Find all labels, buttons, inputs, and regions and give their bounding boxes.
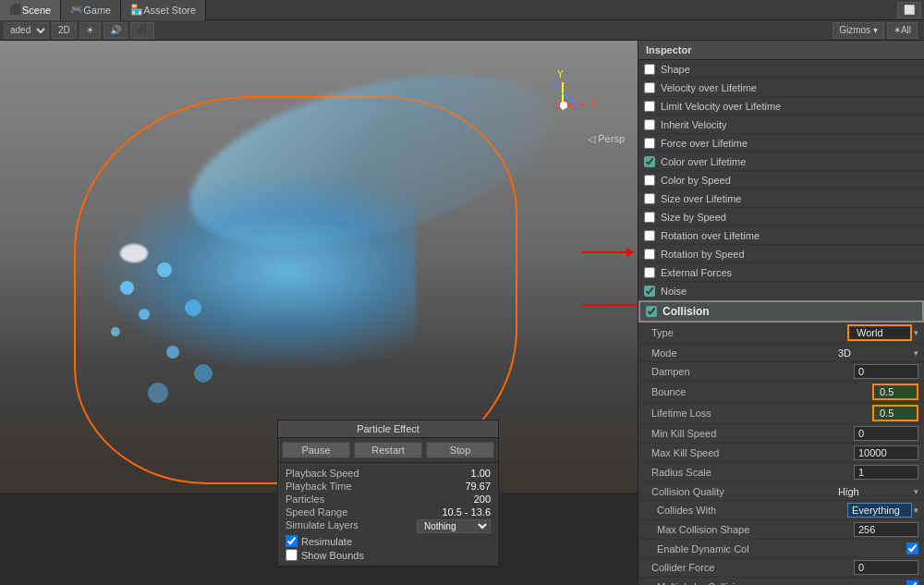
persp-label: ◁ Persp	[588, 133, 625, 145]
particles-row: Particles 200	[286, 493, 491, 506]
color-speed-checkbox[interactable]	[644, 175, 655, 186]
particle-4	[185, 299, 201, 316]
particle-rows: Playback Speed 1.00 Playback Time 79.67 …	[278, 463, 498, 566]
size-lifetime-checkbox[interactable]	[644, 193, 655, 204]
inspector-title: Inspector	[638, 41, 924, 60]
shape-checkbox[interactable]	[644, 64, 655, 75]
insp-color-speed[interactable]: Color by Speed	[638, 171, 924, 189]
tab-asset-store[interactable]: 🏪 Asset Store	[121, 0, 206, 20]
all-button[interactable]: ✶All	[887, 22, 918, 39]
collides-with-row: Collides With Everything ▾	[638, 501, 924, 520]
stop-button[interactable]: Stop	[426, 442, 494, 458]
simulate-layers-select[interactable]: Nothing	[417, 519, 491, 533]
quality-dropdown-arrow: ▾	[914, 487, 918, 496]
insp-rotation-speed[interactable]: Rotation by Speed	[638, 245, 924, 263]
dynamic-row: Enable Dynamic Col	[638, 540, 924, 558]
pause-button[interactable]: Pause	[282, 442, 350, 458]
scene-viewport[interactable]: ◁ Persp Particle Effect Pause Restart St…	[0, 41, 638, 585]
dampen-row: Dampen 0	[638, 362, 924, 382]
type-row: Type World ▾	[638, 323, 924, 344]
2d-button[interactable]: 2D	[52, 22, 77, 39]
scene-icon: ⬛	[9, 4, 22, 16]
radius-value[interactable]: 1	[854, 465, 918, 480]
insp-velocity-lifetime[interactable]: Velocity over Lifetime	[638, 79, 924, 97]
max-kill-row: Max Kill Speed 10000	[638, 444, 924, 463]
dampen-value[interactable]: 0	[854, 364, 918, 379]
insp-external-forces[interactable]: External Forces	[638, 263, 924, 282]
maximize-button[interactable]: ⬜	[897, 2, 921, 18]
type-value[interactable]: World	[847, 324, 912, 341]
bounce-value[interactable]: 0.5	[872, 384, 918, 400]
speed-range-row: Speed Range 10.5 - 13.6	[286, 506, 491, 518]
annotation-arrow-2	[582, 304, 638, 306]
mode-value: 3D	[838, 347, 912, 359]
external-forces-checkbox[interactable]	[644, 267, 655, 278]
multiply-col-checkbox[interactable]	[906, 580, 918, 585]
collider-force-value[interactable]: 0	[854, 560, 918, 575]
mode-row: Mode 3D ▾	[638, 344, 924, 362]
particle-3	[111, 327, 120, 336]
rotation-lifetime-checkbox[interactable]	[644, 230, 655, 241]
noise-checkbox[interactable]	[644, 286, 655, 297]
rotation-speed-checkbox[interactable]	[644, 249, 655, 260]
type-dropdown-arrow: ▾	[914, 328, 918, 337]
particle-7	[157, 262, 172, 277]
force-lifetime-checkbox[interactable]	[644, 138, 655, 149]
main-content: ◁ Persp Particle Effect Pause Restart St…	[0, 41, 924, 585]
inherit-velocity-checkbox[interactable]	[644, 119, 655, 130]
quality-value: High	[838, 486, 912, 497]
particle-6	[194, 364, 213, 383]
max-shape-value[interactable]: 256	[854, 522, 918, 537]
restart-button[interactable]: Restart	[354, 442, 422, 458]
tab-bar: ⬛ Scene 🎮 Game 🏪 Asset Store ⬜	[0, 0, 924, 20]
insp-shape[interactable]: Shape	[638, 60, 924, 79]
insp-noise[interactable]: Noise	[638, 282, 924, 300]
collision-checkbox[interactable]	[646, 306, 657, 317]
particle-panel-buttons: Pause Restart Stop	[278, 438, 498, 463]
collides-value[interactable]: Everything	[847, 503, 912, 518]
fx-button[interactable]: ⬛	[130, 22, 154, 39]
audio-button[interactable]: 🔊	[103, 22, 128, 39]
show-bounds-row: Show Bounds	[286, 548, 491, 562]
color-lifetime-checkbox[interactable]	[644, 156, 655, 167]
game-icon: 🎮	[70, 4, 83, 16]
max-shape-row: Max Collision Shape 256	[638, 520, 924, 540]
collision-header[interactable]: Collision	[638, 300, 924, 323]
insp-force-lifetime[interactable]: Force over Lifetime	[638, 134, 924, 152]
mode-select[interactable]: aded	[4, 22, 49, 39]
lifetime-loss-row: Lifetime Loss 0.5	[638, 403, 924, 424]
insp-limit-velocity[interactable]: Limit Velocity over Lifetime	[638, 97, 924, 116]
bounce-row: Bounce 0.5	[638, 382, 924, 403]
insp-size-speed[interactable]: Size by Speed	[638, 208, 924, 226]
3d-gizmo	[536, 78, 591, 133]
particle-panel-title: Particle Effect	[278, 420, 498, 438]
lifetime-loss-value[interactable]: 0.5	[872, 405, 918, 421]
dynamic-checkbox[interactable]	[906, 542, 918, 555]
simulate-layers-row: Simulate Layers Nothing	[286, 518, 491, 534]
max-kill-value[interactable]: 10000	[854, 445, 918, 460]
insp-size-lifetime[interactable]: Size over Lifetime	[638, 189, 924, 208]
tab-scene[interactable]: ⬛ Scene	[0, 0, 61, 20]
show-bounds-checkbox[interactable]	[286, 549, 298, 561]
tab-game[interactable]: 🎮 Game	[61, 0, 121, 20]
playback-speed-row: Playback Speed 1.00	[286, 467, 491, 480]
particle-effect-panel: Particle Effect Pause Restart Stop Playb…	[277, 420, 499, 567]
min-kill-row: Min Kill Speed 0	[638, 424, 924, 444]
gizmos-button[interactable]: Gizmos ▾	[833, 22, 884, 39]
limit-velocity-checkbox[interactable]	[644, 101, 655, 112]
scene-toolbar: aded 2D ☀ 🔊 ⬛ Gizmos ▾ ✶All	[0, 20, 924, 41]
insp-inherit-velocity[interactable]: Inherit Velocity	[638, 116, 924, 134]
size-speed-checkbox[interactable]	[644, 212, 655, 223]
insp-color-lifetime[interactable]: Color over Lifetime	[638, 152, 924, 171]
min-kill-value[interactable]: 0	[854, 426, 918, 441]
resimulate-row: Resimulate	[286, 534, 491, 548]
velocity-lifetime-checkbox[interactable]	[644, 82, 655, 93]
particle-5	[166, 346, 179, 359]
resimulate-checkbox[interactable]	[286, 535, 298, 547]
gizmo-center	[560, 102, 567, 109]
white-particle	[120, 244, 148, 262]
light-button[interactable]: ☀	[79, 22, 101, 39]
collides-dropdown-arrow: ▾	[914, 506, 918, 515]
insp-rotation-lifetime[interactable]: Rotation over Lifetime	[638, 226, 924, 245]
annotation-arrow-1	[582, 251, 628, 253]
